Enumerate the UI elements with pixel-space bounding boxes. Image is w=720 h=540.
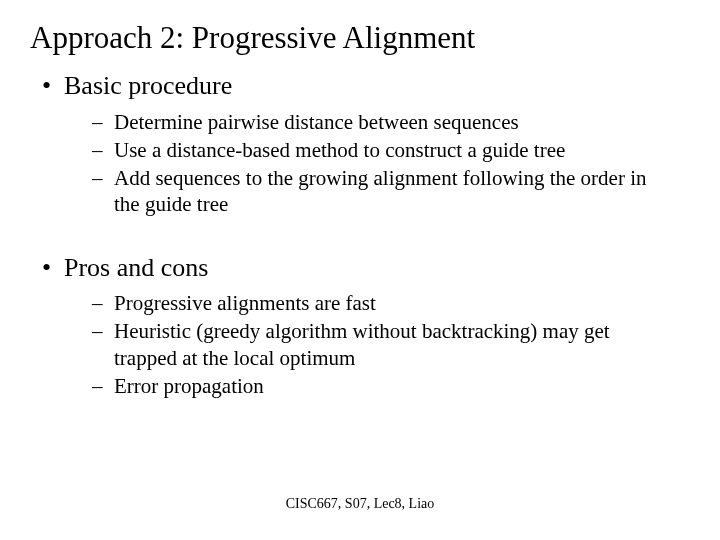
slide-content: Approach 2: Progressive Alignment Basic … bbox=[0, 0, 720, 540]
slide-footer: CISC667, S07, Lec8, Liao bbox=[0, 496, 720, 512]
sub-bullet: Use a distance-based method to construct… bbox=[114, 137, 690, 163]
spacer bbox=[30, 220, 690, 252]
bullet-pros-cons: Pros and cons bbox=[64, 252, 690, 285]
sub-bullet: Error propagation bbox=[114, 373, 690, 399]
bullet-basic-procedure: Basic procedure bbox=[64, 70, 690, 103]
slide-title: Approach 2: Progressive Alignment bbox=[30, 20, 690, 56]
sub-bullet: Add sequences to the growing alignment f… bbox=[114, 165, 690, 218]
sub-bullet: Determine pairwise distance between sequ… bbox=[114, 109, 690, 135]
sub-bullet: Heuristic (greedy algorithm without back… bbox=[114, 318, 690, 371]
sub-bullet: Progressive alignments are fast bbox=[114, 290, 690, 316]
